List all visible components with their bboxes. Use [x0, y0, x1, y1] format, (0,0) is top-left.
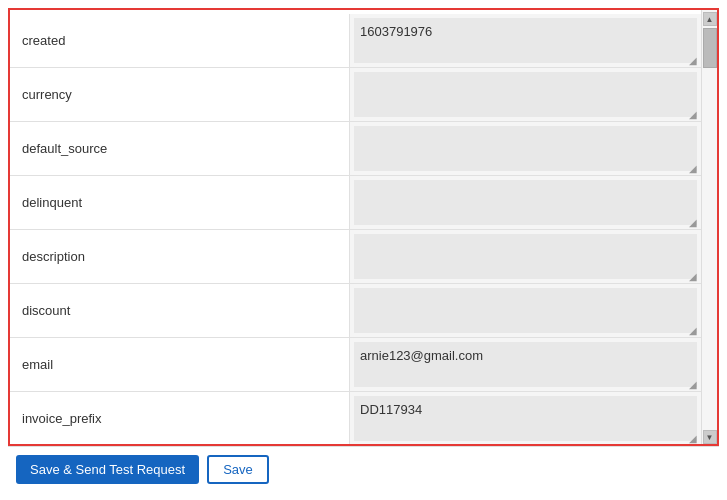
field-label-email: email: [22, 357, 53, 372]
field-label-default_source: default_source: [22, 141, 107, 156]
form-scroll[interactable]: created◢currency◢default_source◢delinque…: [10, 10, 701, 444]
field-label-delinquent: delinquent: [22, 195, 82, 210]
field-label-cell-currency: currency: [10, 68, 350, 121]
field-value-cell-created: ◢: [350, 14, 701, 67]
field-label-cell-discount: discount: [10, 284, 350, 337]
field-label-currency: currency: [22, 87, 72, 102]
field-label-invoice_prefix: invoice_prefix: [22, 411, 102, 426]
scrollbar-track: ▲ ▼: [701, 10, 717, 444]
field-label-cell-default_source: default_source: [10, 122, 350, 175]
field-input-default_source[interactable]: [354, 126, 697, 171]
form-row: invoice_prefix◢: [10, 392, 701, 444]
scrollbar-up-button[interactable]: ▲: [703, 12, 717, 26]
scrollbar-thumb[interactable]: [703, 28, 717, 68]
field-label-cell-delinquent: delinquent: [10, 176, 350, 229]
resize-handle-description: ◢: [689, 271, 699, 281]
form-row: default_source◢: [10, 122, 701, 176]
field-value-cell-invoice_prefix: ◢: [350, 392, 701, 444]
form-row: created◢: [10, 14, 701, 68]
field-label-description: description: [22, 249, 85, 264]
resize-handle-delinquent: ◢: [689, 217, 699, 227]
resize-handle-created: ◢: [689, 55, 699, 65]
field-input-created[interactable]: [354, 18, 697, 63]
resize-handle-currency: ◢: [689, 109, 699, 119]
field-input-currency[interactable]: [354, 72, 697, 117]
save-button[interactable]: Save: [207, 455, 269, 484]
form-row: discount◢: [10, 284, 701, 338]
field-input-email[interactable]: [354, 342, 697, 387]
field-value-cell-discount: ◢: [350, 284, 701, 337]
field-label-discount: discount: [22, 303, 70, 318]
form-row: currency◢: [10, 68, 701, 122]
field-input-delinquent[interactable]: [354, 180, 697, 225]
field-label-cell-invoice_prefix: invoice_prefix: [10, 392, 350, 444]
field-label-cell-description: description: [10, 230, 350, 283]
field-input-description[interactable]: [354, 234, 697, 279]
form-row: email◢: [10, 338, 701, 392]
field-label-created: created: [22, 33, 65, 48]
main-container: created◢currency◢default_source◢delinque…: [0, 0, 727, 500]
form-row: description◢: [10, 230, 701, 284]
resize-handle-email: ◢: [689, 379, 699, 389]
resize-handle-default_source: ◢: [689, 163, 699, 173]
field-label-cell-created: created: [10, 14, 350, 67]
field-value-cell-default_source: ◢: [350, 122, 701, 175]
field-label-cell-email: email: [10, 338, 350, 391]
field-value-cell-description: ◢: [350, 230, 701, 283]
form-row: delinquent◢: [10, 176, 701, 230]
form-wrapper: created◢currency◢default_source◢delinque…: [8, 8, 719, 446]
field-value-cell-email: ◢: [350, 338, 701, 391]
scrollbar-down-button[interactable]: ▼: [703, 430, 717, 444]
resize-handle-invoice_prefix: ◢: [689, 433, 699, 443]
resize-handle-discount: ◢: [689, 325, 699, 335]
field-value-cell-currency: ◢: [350, 68, 701, 121]
save-send-button[interactable]: Save & Send Test Request: [16, 455, 199, 484]
footer: Save & Send Test Request Save: [8, 446, 719, 492]
field-value-cell-delinquent: ◢: [350, 176, 701, 229]
field-input-discount[interactable]: [354, 288, 697, 333]
field-input-invoice_prefix[interactable]: [354, 396, 697, 441]
